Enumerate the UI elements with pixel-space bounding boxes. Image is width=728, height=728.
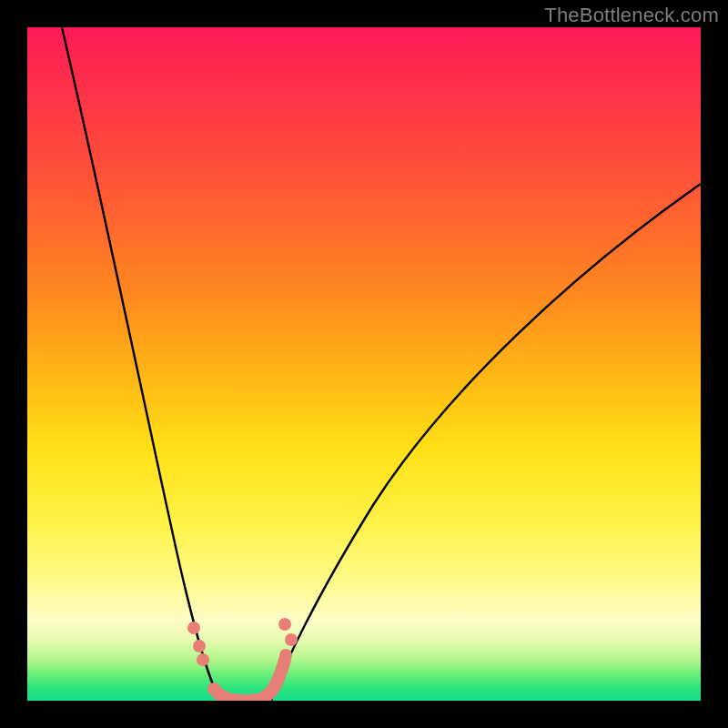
svg-point-1 <box>193 640 206 652</box>
valley-dots <box>187 618 298 701</box>
svg-point-0 <box>187 622 200 634</box>
svg-point-5 <box>278 618 291 631</box>
left-curve <box>62 27 220 701</box>
plot-area <box>27 27 701 701</box>
svg-point-4 <box>285 633 298 646</box>
svg-point-3 <box>279 649 292 662</box>
svg-point-2 <box>197 653 209 666</box>
curve-overlay <box>27 27 701 701</box>
watermark-text: TheBottleneck.com <box>544 4 719 27</box>
right-curve <box>271 184 701 701</box>
outer-frame: TheBottleneck.com <box>0 0 728 728</box>
